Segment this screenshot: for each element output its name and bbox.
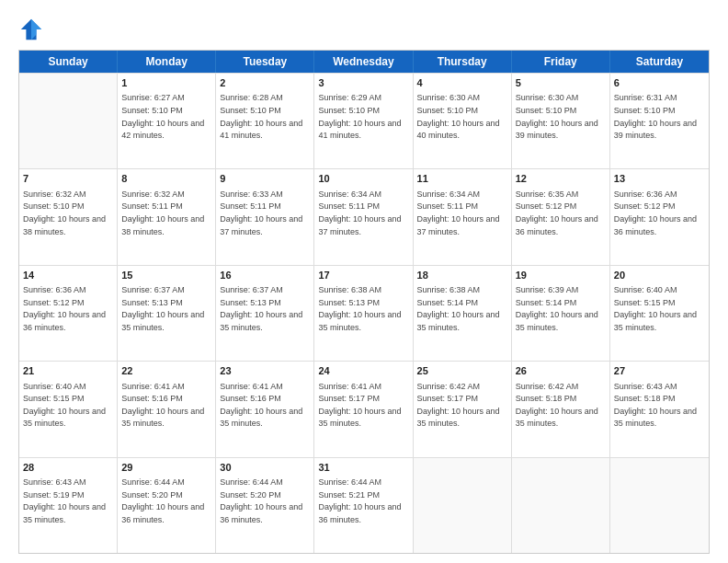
- day-number: 2: [220, 76, 310, 90]
- empty-cell-r4c5: [512, 458, 610, 553]
- calendar-row-4: 21Sunrise: 6:40 AMSunset: 5:15 PMDayligh…: [19, 361, 709, 456]
- daylight: Daylight: 10 hours and 39 minutes.: [516, 119, 598, 141]
- day-cell-14: 14Sunrise: 6:36 AMSunset: 5:12 PMDayligh…: [19, 266, 118, 361]
- sunrise: Sunrise: 6:41 AM: [220, 382, 283, 391]
- day-number: 29: [121, 461, 211, 475]
- daylight: Daylight: 10 hours and 35 minutes.: [614, 407, 697, 429]
- sunset: Sunset: 5:14 PM: [417, 298, 479, 307]
- sunset: Sunset: 5:16 PM: [220, 394, 281, 403]
- daylight: Daylight: 10 hours and 37 minutes.: [318, 214, 401, 236]
- sunset: Sunset: 5:17 PM: [318, 394, 380, 403]
- sunrise: Sunrise: 6:39 AM: [516, 285, 579, 294]
- day-number: 20: [614, 269, 705, 282]
- sunrise: Sunrise: 6:44 AM: [220, 477, 283, 487]
- sunrise: Sunrise: 6:37 AM: [220, 285, 283, 294]
- day-number: 9: [220, 172, 310, 186]
- empty-cell-r4c6: [610, 458, 709, 553]
- day-cell-1: 1Sunrise: 6:27 AMSunset: 5:10 PMDaylight…: [118, 74, 216, 168]
- header-cell-saturday: Saturday: [610, 51, 709, 73]
- sunset: Sunset: 5:17 PM: [417, 394, 479, 403]
- calendar-row-3: 14Sunrise: 6:36 AMSunset: 5:12 PMDayligh…: [19, 265, 709, 361]
- sunrise: Sunrise: 6:34 AM: [318, 190, 381, 199]
- day-cell-10: 10Sunrise: 6:34 AMSunset: 5:11 PMDayligh…: [314, 169, 413, 264]
- day-cell-17: 17Sunrise: 6:38 AMSunset: 5:13 PMDayligh…: [314, 266, 413, 361]
- daylight: Daylight: 10 hours and 37 minutes.: [220, 214, 302, 236]
- day-number: 24: [318, 364, 408, 378]
- day-cell-15: 15Sunrise: 6:37 AMSunset: 5:13 PMDayligh…: [118, 266, 216, 361]
- day-cell-21: 21Sunrise: 6:40 AMSunset: 5:15 PMDayligh…: [19, 362, 118, 456]
- daylight: Daylight: 10 hours and 35 minutes.: [318, 407, 401, 429]
- sunset: Sunset: 5:18 PM: [516, 394, 577, 403]
- empty-cell-r4c4: [414, 458, 512, 553]
- day-number: 11: [417, 172, 507, 186]
- day-cell-31: 31Sunrise: 6:44 AMSunset: 5:21 PMDayligh…: [314, 458, 413, 553]
- sunrise: Sunrise: 6:36 AM: [614, 190, 677, 199]
- sunrise: Sunrise: 6:29 AM: [318, 93, 381, 102]
- sunset: Sunset: 5:10 PM: [23, 201, 85, 211]
- sunset: Sunset: 5:10 PM: [614, 106, 676, 115]
- calendar: SundayMondayTuesdayWednesdayThursdayFrid…: [18, 50, 710, 554]
- day-cell-8: 8Sunrise: 6:32 AMSunset: 5:11 PMDaylight…: [118, 169, 216, 264]
- day-cell-18: 18Sunrise: 6:38 AMSunset: 5:14 PMDayligh…: [414, 266, 512, 361]
- daylight: Daylight: 10 hours and 35 minutes.: [121, 407, 204, 429]
- day-number: 16: [220, 269, 310, 282]
- day-number: 18: [417, 269, 507, 282]
- day-cell-7: 7Sunrise: 6:32 AMSunset: 5:10 PMDaylight…: [19, 169, 118, 264]
- day-cell-27: 27Sunrise: 6:43 AMSunset: 5:18 PMDayligh…: [610, 362, 709, 456]
- sunset: Sunset: 5:16 PM: [121, 394, 183, 403]
- page: SundayMondayTuesdayWednesdayThursdayFrid…: [0, 0, 728, 563]
- daylight: Daylight: 10 hours and 36 minutes.: [516, 214, 598, 236]
- day-number: 4: [417, 76, 507, 90]
- sunset: Sunset: 5:12 PM: [516, 201, 577, 211]
- empty-cell-r0c0: [19, 74, 118, 168]
- day-number: 25: [417, 364, 507, 378]
- sunset: Sunset: 5:11 PM: [220, 201, 281, 211]
- daylight: Daylight: 10 hours and 35 minutes.: [220, 407, 302, 429]
- daylight: Daylight: 10 hours and 42 minutes.: [121, 119, 204, 141]
- sunrise: Sunrise: 6:36 AM: [23, 285, 86, 294]
- calendar-row-1: 1Sunrise: 6:27 AMSunset: 5:10 PMDaylight…: [19, 73, 709, 168]
- sunrise: Sunrise: 6:44 AM: [318, 477, 381, 487]
- logo-icon: [18, 17, 44, 42]
- daylight: Daylight: 10 hours and 37 minutes.: [417, 214, 500, 236]
- day-cell-30: 30Sunrise: 6:44 AMSunset: 5:20 PMDayligh…: [216, 458, 314, 553]
- header-cell-sunday: Sunday: [19, 51, 118, 73]
- daylight: Daylight: 10 hours and 36 minutes.: [614, 214, 697, 236]
- day-cell-6: 6Sunrise: 6:31 AMSunset: 5:10 PMDaylight…: [610, 74, 709, 168]
- day-cell-19: 19Sunrise: 6:39 AMSunset: 5:14 PMDayligh…: [512, 266, 610, 361]
- sunrise: Sunrise: 6:35 AM: [516, 190, 579, 199]
- sunset: Sunset: 5:11 PM: [417, 201, 479, 211]
- daylight: Daylight: 10 hours and 35 minutes.: [516, 310, 598, 332]
- day-number: 31: [318, 461, 408, 475]
- day-cell-5: 5Sunrise: 6:30 AMSunset: 5:10 PMDaylight…: [512, 74, 610, 168]
- sunset: Sunset: 5:13 PM: [121, 298, 183, 307]
- day-cell-3: 3Sunrise: 6:29 AMSunset: 5:10 PMDaylight…: [314, 74, 413, 168]
- sunrise: Sunrise: 6:34 AM: [417, 190, 481, 199]
- daylight: Daylight: 10 hours and 35 minutes.: [23, 502, 106, 524]
- day-number: 27: [614, 364, 705, 378]
- daylight: Daylight: 10 hours and 41 minutes.: [318, 119, 401, 141]
- sunset: Sunset: 5:10 PM: [516, 106, 577, 115]
- day-cell-24: 24Sunrise: 6:41 AMSunset: 5:17 PMDayligh…: [314, 362, 413, 456]
- day-number: 3: [318, 76, 408, 90]
- sunset: Sunset: 5:11 PM: [121, 201, 183, 211]
- sunset: Sunset: 5:10 PM: [318, 106, 380, 115]
- day-number: 8: [121, 172, 211, 186]
- day-cell-23: 23Sunrise: 6:41 AMSunset: 5:16 PMDayligh…: [216, 362, 314, 456]
- sunrise: Sunrise: 6:42 AM: [417, 382, 481, 391]
- day-number: 15: [121, 269, 211, 282]
- daylight: Daylight: 10 hours and 40 minutes.: [417, 119, 500, 141]
- sunset: Sunset: 5:12 PM: [23, 298, 85, 307]
- calendar-header: SundayMondayTuesdayWednesdayThursdayFrid…: [19, 51, 709, 73]
- sunrise: Sunrise: 6:43 AM: [23, 477, 86, 487]
- sunrise: Sunrise: 6:43 AM: [614, 382, 677, 391]
- header: [18, 17, 710, 42]
- day-number: 23: [220, 364, 310, 378]
- day-cell-13: 13Sunrise: 6:36 AMSunset: 5:12 PMDayligh…: [610, 169, 709, 264]
- sunset: Sunset: 5:21 PM: [318, 490, 380, 500]
- daylight: Daylight: 10 hours and 35 minutes.: [121, 310, 204, 332]
- header-cell-wednesday: Wednesday: [314, 51, 413, 73]
- daylight: Daylight: 10 hours and 38 minutes.: [23, 214, 106, 236]
- calendar-row-5: 28Sunrise: 6:43 AMSunset: 5:19 PMDayligh…: [19, 457, 709, 553]
- day-cell-29: 29Sunrise: 6:44 AMSunset: 5:20 PMDayligh…: [118, 458, 216, 553]
